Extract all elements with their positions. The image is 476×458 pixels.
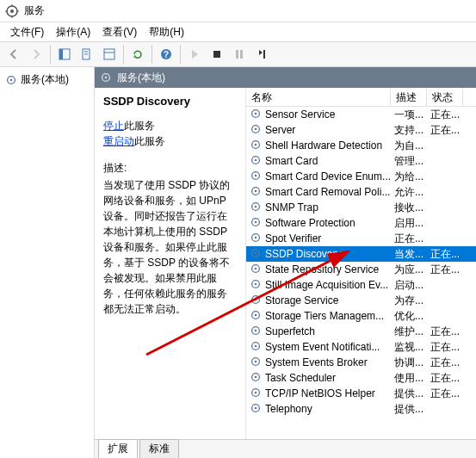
service-desc: 维护...: [391, 325, 427, 339]
service-name: SNMP Trap: [265, 201, 318, 214]
services-app-icon: [5, 4, 19, 18]
stop-service-link[interactable]: 停止: [103, 120, 124, 132]
service-name: SSDP Discovery: [265, 248, 341, 260]
table-row[interactable]: Server支持...正在...: [246, 122, 476, 138]
table-row[interactable]: Shell Hardware Detection为自...: [246, 138, 476, 153]
gear-icon: [250, 139, 262, 153]
table-row[interactable]: Telephony提供...: [246, 401, 476, 417]
menu-file[interactable]: 文件(F): [5, 23, 49, 41]
tab-standard[interactable]: 标准: [139, 439, 179, 458]
help-button[interactable]: ?: [156, 44, 176, 65]
service-detail-pane: SSDP Discovery 停止此服务 重启动此服务 描述: 当发现了使用 S…: [95, 88, 245, 439]
service-name: Smart Card Removal Poli...: [265, 186, 390, 198]
table-row[interactable]: Smart Card Removal Poli...允许...: [246, 184, 476, 200]
tree-root-label: 服务(本地): [21, 72, 69, 87]
export-list-button[interactable]: [77, 44, 97, 65]
service-desc: 允许...: [391, 185, 427, 200]
service-status: 正在...: [427, 108, 463, 122]
table-row[interactable]: TCP/IP NetBIOS Helper提供...正在...: [246, 386, 476, 401]
description-label: 描述:: [103, 161, 237, 176]
service-name: State Repository Service: [265, 263, 379, 275]
menu-view[interactable]: 查看(V): [97, 23, 142, 41]
menu-action[interactable]: 操作(A): [51, 23, 96, 41]
table-row[interactable]: SSDP Discovery当发...正在...: [246, 246, 476, 262]
table-row[interactable]: Sensor Service一项...正在...: [246, 107, 476, 122]
svg-point-56: [255, 360, 257, 362]
svg-point-46: [255, 282, 257, 285]
service-desc: 优化...: [391, 309, 427, 324]
service-status: 正在...: [427, 325, 463, 339]
table-row[interactable]: Spot Verifier正在...: [246, 231, 476, 246]
toolbar-separator: [50, 45, 51, 64]
forward-button[interactable]: [26, 44, 46, 65]
service-name: TCP/IP NetBIOS Helper: [265, 387, 375, 399]
gear-icon: [250, 309, 262, 324]
properties-button[interactable]: [99, 44, 120, 65]
restart-service-link[interactable]: 重启动: [103, 135, 134, 147]
service-desc: 提供...: [391, 402, 427, 417]
table-row[interactable]: Task Scheduler使用...正在...: [246, 370, 476, 386]
service-desc: 接收...: [391, 201, 427, 215]
table-row[interactable]: Still Image Acquisition Ev...启动...: [246, 277, 476, 293]
show-hide-tree-button[interactable]: [54, 44, 75, 65]
service-desc: 启动...: [391, 278, 427, 293]
column-status[interactable]: 状态: [427, 88, 463, 106]
table-row[interactable]: State Repository Service为应...正在...: [246, 262, 476, 277]
gear-icon: [250, 123, 262, 138]
table-row[interactable]: SNMP Trap接收...: [246, 200, 476, 215]
service-status: 正在...: [427, 263, 463, 277]
pause-service-button[interactable]: [229, 44, 250, 65]
table-row[interactable]: Storage Tiers Managem...优化...: [246, 308, 476, 324]
menu-help[interactable]: 帮助(H): [144, 23, 189, 41]
service-status: 正在...: [427, 247, 463, 262]
start-service-button[interactable]: [184, 44, 205, 65]
service-name: Software Protection: [265, 217, 355, 229]
tree-root-services-local[interactable]: 服务(本地): [2, 71, 92, 89]
toolbar-separator: [180, 45, 181, 64]
stop-suffix: 此服务: [124, 120, 155, 132]
service-name: Storage Tiers Managem...: [265, 310, 384, 322]
selected-service-name: SSDP Discovery: [103, 95, 237, 108]
service-name: Telephony: [265, 403, 312, 415]
column-name[interactable]: 名称: [246, 88, 391, 106]
svg-point-54: [255, 344, 257, 347]
table-row[interactable]: Superfetch维护...正在...: [246, 324, 476, 339]
service-status: 正在...: [427, 356, 463, 370]
stop-service-button[interactable]: [207, 44, 227, 65]
svg-text:?: ?: [164, 50, 169, 59]
table-row[interactable]: Smart Card Device Enum...为给...: [246, 169, 476, 184]
column-description[interactable]: 描述: [391, 88, 427, 106]
service-name: Sensor Service: [265, 108, 335, 121]
service-name: Storage Service: [265, 294, 338, 306]
svg-point-30: [255, 158, 257, 161]
service-desc: 为自...: [391, 139, 427, 153]
svg-point-34: [255, 189, 257, 192]
service-desc: 为存...: [391, 294, 427, 308]
gear-icon: [250, 387, 262, 401]
back-button[interactable]: [3, 44, 24, 65]
gear-icon: [250, 294, 262, 308]
refresh-button[interactable]: [127, 44, 148, 65]
tab-extended[interactable]: 扩展: [98, 439, 138, 458]
gear-icon: [250, 185, 262, 200]
restart-service-button[interactable]: [251, 44, 272, 65]
service-desc: 启用...: [391, 216, 427, 231]
service-desc: 支持...: [391, 123, 427, 138]
toolbar-separator: [123, 45, 124, 64]
svg-point-42: [255, 251, 257, 254]
table-row[interactable]: Smart Card管理...: [246, 153, 476, 169]
svg-point-48: [255, 298, 257, 300]
service-desc: 为应...: [391, 263, 427, 277]
service-status: 正在...: [427, 387, 463, 401]
table-row[interactable]: System Events Broker协调...正在...: [246, 355, 476, 370]
service-name: System Events Broker: [265, 356, 368, 368]
table-row[interactable]: System Event Notificati...监视...正在...: [246, 339, 476, 355]
gear-icon: [5, 74, 17, 86]
svg-point-40: [255, 236, 257, 238]
service-desc: 使用...: [391, 371, 427, 386]
table-row[interactable]: Software Protection启用...: [246, 215, 476, 231]
restart-suffix: 此服务: [134, 135, 165, 147]
table-row[interactable]: Storage Service为存...: [246, 293, 476, 308]
svg-rect-17: [240, 50, 243, 59]
service-name: Superfetch: [265, 325, 315, 337]
